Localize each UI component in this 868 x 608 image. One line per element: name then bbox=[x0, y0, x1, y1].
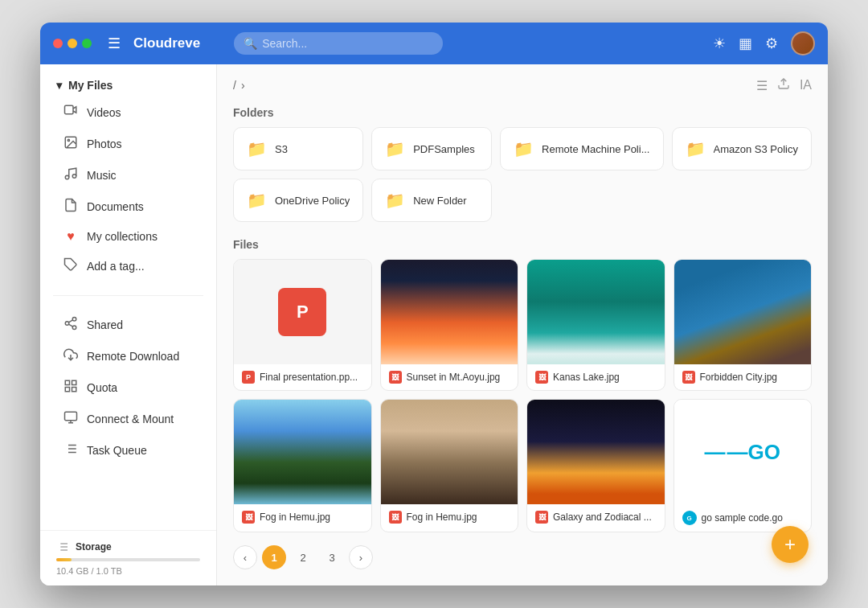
breadcrumb-arrow: › bbox=[241, 79, 245, 92]
file-card[interactable]: 🖼 Fog in Hemu.jpg bbox=[233, 399, 372, 532]
monitor-icon bbox=[63, 410, 79, 428]
fab-button[interactable]: + bbox=[772, 526, 809, 563]
videos-icon bbox=[63, 104, 79, 121]
menu-icon[interactable]: ☰ bbox=[108, 35, 121, 52]
file-info: 🖼 Galaxy and Zodiacal ... bbox=[527, 504, 665, 530]
file-info: 🖼 Fog in Hemu.jpg bbox=[234, 504, 371, 530]
sidebar-item-label: Music bbox=[87, 169, 117, 182]
file-name: Fog in Hemu.jpg bbox=[407, 511, 477, 523]
folder-name: PDFSamples bbox=[413, 143, 475, 155]
file-name: Kanas Lake.jpg bbox=[553, 372, 620, 383]
page-button-2[interactable]: 2 bbox=[291, 545, 315, 569]
file-card[interactable]: 🖼 Fog in Hemu.jpg bbox=[380, 399, 519, 532]
next-page-button[interactable]: › bbox=[349, 545, 373, 569]
share-icon bbox=[63, 316, 79, 334]
titlebar-right: ☀ ▦ ⚙ bbox=[713, 31, 815, 55]
sidebar-item-label: Quota bbox=[87, 381, 117, 394]
avatar[interactable] bbox=[791, 31, 815, 55]
breadcrumb-root[interactable]: / bbox=[233, 79, 236, 92]
folders-section-title: Folders bbox=[233, 106, 812, 119]
folder-name: New Folder bbox=[413, 195, 466, 207]
prev-page-button[interactable]: ‹ bbox=[233, 545, 257, 569]
file-info: 🖼 Fog in Hemu.jpg bbox=[381, 504, 518, 530]
file-name: go sample code.go bbox=[702, 512, 783, 524]
file-info: 🖼 Sunset in Mt.Aoyu.jpg bbox=[381, 364, 518, 390]
titlebar: ☰ Cloudreve 🔍 ☀ ▦ ⚙ bbox=[40, 23, 828, 64]
sidebar-divider bbox=[53, 295, 203, 296]
file-thumbnail bbox=[381, 400, 518, 504]
svg-point-2 bbox=[68, 139, 69, 141]
settings-icon[interactable]: ⚙ bbox=[765, 35, 778, 52]
svg-point-6 bbox=[72, 318, 76, 322]
sort-icon[interactable]: IA bbox=[800, 78, 812, 92]
content-area: / › ☰ IA Folders 📁 S3 bbox=[217, 64, 828, 585]
search-input[interactable] bbox=[262, 37, 433, 50]
pagination: ‹ 1 2 3 › bbox=[233, 545, 812, 569]
file-thumbnail: —GO bbox=[674, 400, 812, 504]
file-card[interactable]: —GO G go sample code.go bbox=[674, 399, 813, 532]
svg-line-10 bbox=[68, 320, 72, 322]
content-wrapper: / › ☰ IA Folders 📁 S3 bbox=[217, 64, 828, 585]
my-files-section: ▾ My Files Videos Photos bbox=[40, 64, 216, 289]
storage-section: Storage 10.4 GB / 1.0 TB bbox=[40, 530, 216, 585]
sidebar-item-shared[interactable]: Shared bbox=[47, 310, 210, 340]
close-button[interactable] bbox=[53, 39, 63, 48]
sidebar-item-task-queue[interactable]: Task Queue bbox=[47, 435, 210, 466]
maximize-button[interactable] bbox=[82, 39, 92, 48]
sidebar-item-videos[interactable]: Videos bbox=[47, 97, 210, 128]
sidebar-bottom-section: Shared Remote Download Quota bbox=[40, 302, 216, 473]
app-title: Cloudreve bbox=[133, 35, 200, 51]
minimize-button[interactable] bbox=[68, 39, 77, 48]
page-button-1[interactable]: 1 bbox=[262, 545, 286, 569]
app-window: ☰ Cloudreve 🔍 ☀ ▦ ⚙ ▾ My Files bbox=[40, 23, 828, 585]
folder-item[interactable]: 📁 Amazon S3 Policy bbox=[672, 127, 813, 170]
folder-item[interactable]: 📁 PDFSamples bbox=[371, 127, 492, 170]
file-type-icon: P bbox=[242, 371, 255, 384]
sidebar-item-connect-mount[interactable]: Connect & Mount bbox=[47, 404, 210, 434]
svg-point-3 bbox=[65, 175, 69, 179]
sidebar-item-tags[interactable]: Add a tag... bbox=[47, 251, 210, 281]
file-type-icon: 🖼 bbox=[242, 511, 255, 524]
file-name: Galaxy and Zodiacal ... bbox=[553, 511, 652, 523]
folder-item[interactable]: 📁 OneDrive Policy bbox=[233, 179, 363, 222]
documents-icon bbox=[63, 198, 79, 216]
ppt-placeholder: P bbox=[278, 288, 326, 336]
sidebar-item-documents[interactable]: Documents bbox=[47, 191, 210, 222]
folder-name: S3 bbox=[275, 143, 288, 155]
folder-item[interactable]: 📁 New Folder bbox=[371, 179, 492, 222]
sidebar-item-label: Add a tag... bbox=[87, 260, 145, 273]
sidebar-item-remote-download[interactable]: Remote Download bbox=[47, 341, 210, 372]
sidebar-item-quota[interactable]: Quota bbox=[47, 372, 210, 403]
gallery-icon[interactable]: ▦ bbox=[739, 35, 752, 52]
sidebar: ▾ My Files Videos Photos bbox=[40, 64, 217, 585]
file-card[interactable]: 🖼 Forbidden City.jpg bbox=[674, 259, 813, 391]
search-bar: 🔍 bbox=[234, 32, 443, 55]
svg-rect-13 bbox=[72, 380, 76, 384]
heart-icon: ♥ bbox=[63, 229, 79, 244]
page-button-3[interactable]: 3 bbox=[320, 545, 344, 569]
folder-item[interactable]: 📁 Remote Machine Poli... bbox=[500, 127, 663, 170]
storage-label: Storage bbox=[56, 540, 200, 553]
sidebar-item-photos[interactable]: Photos bbox=[47, 129, 210, 159]
upload-icon[interactable] bbox=[777, 77, 790, 93]
theme-icon[interactable]: ☀ bbox=[713, 35, 726, 52]
file-card[interactable]: 🖼 Sunset in Mt.Aoyu.jpg bbox=[380, 259, 519, 391]
svg-rect-16 bbox=[65, 412, 77, 421]
file-card[interactable]: 🖼 Galaxy and Zodiacal ... bbox=[526, 399, 665, 532]
traffic-lights bbox=[53, 39, 92, 48]
sidebar-item-collections[interactable]: ♥ My collections bbox=[47, 223, 210, 250]
storage-bar-fill bbox=[56, 558, 72, 561]
sidebar-item-music[interactable]: Music bbox=[47, 160, 210, 191]
file-card[interactable]: P P Final presentation.pp... bbox=[233, 259, 372, 391]
file-thumbnail bbox=[234, 400, 371, 504]
file-thumbnail bbox=[674, 260, 812, 364]
task-icon bbox=[63, 442, 79, 459]
my-files-header[interactable]: ▾ My Files bbox=[40, 71, 216, 97]
quota-icon bbox=[63, 379, 79, 396]
breadcrumb: / › ☰ IA bbox=[233, 77, 812, 93]
list-view-icon[interactable]: ☰ bbox=[756, 78, 768, 93]
folder-item[interactable]: 📁 S3 bbox=[233, 127, 363, 170]
file-card[interactable]: 🖼 Kanas Lake.jpg bbox=[526, 259, 665, 391]
search-icon: 🔍 bbox=[244, 37, 257, 50]
folder-icon: 📁 bbox=[247, 139, 267, 158]
